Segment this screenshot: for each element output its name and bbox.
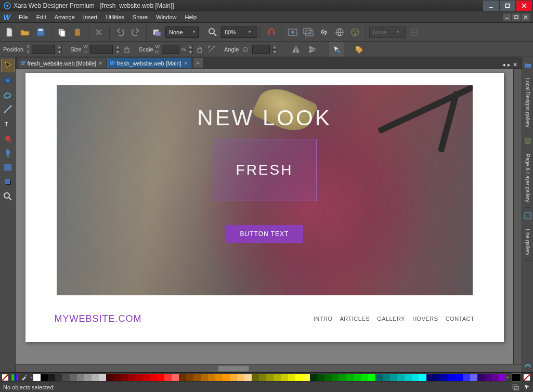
color-swatch[interactable] <box>244 374 252 381</box>
shape-tool[interactable] <box>1 88 15 101</box>
close-icon[interactable]: ✕ <box>98 60 102 66</box>
color-swatch[interactable] <box>55 374 62 381</box>
color-swatch[interactable] <box>179 374 186 381</box>
photo-tool[interactable] <box>1 73 15 87</box>
layers-icon[interactable] <box>523 136 532 146</box>
copy-button[interactable] <box>55 25 69 40</box>
color-swatch[interactable] <box>193 374 201 381</box>
hero-title[interactable]: NEW LOOK <box>197 106 331 130</box>
color-swatch[interactable] <box>324 374 332 381</box>
rectangle-tool[interactable] <box>1 161 15 174</box>
nav-contact[interactable]: CONTACT <box>446 316 475 322</box>
color-swatch[interactable] <box>135 374 142 381</box>
preview-page-button[interactable] <box>285 25 300 40</box>
menu-help[interactable]: Help <box>180 12 201 22</box>
color-swatch[interactable] <box>41 374 48 381</box>
no-color-button[interactable] <box>1 374 9 381</box>
fill-tool[interactable] <box>1 132 15 145</box>
tab-scroll-left[interactable]: ◂ <box>502 61 505 68</box>
gallery-tab-page-layer[interactable]: Page & Layer gallery <box>524 149 531 208</box>
hero-button[interactable]: BUTTON TEXT <box>226 225 304 243</box>
selector-mode-button[interactable] <box>329 42 344 57</box>
doc-tab-mobile[interactable]: Wfresh_website.web [Mobile]✕ <box>18 58 106 68</box>
extra-gallery-icon[interactable] <box>523 360 532 369</box>
color-picker-button[interactable] <box>20 374 28 381</box>
color-swatch[interactable] <box>499 374 506 381</box>
site-logo[interactable]: MYWEBSITE.COM <box>55 313 142 324</box>
color-swatch[interactable] <box>295 374 303 381</box>
hero-box[interactable]: FRESH <box>213 139 317 201</box>
color-swatch[interactable] <box>434 374 441 381</box>
mdi-close-button[interactable] <box>522 14 530 21</box>
color-swatch[interactable] <box>70 374 77 381</box>
snap-button[interactable] <box>264 25 279 40</box>
color-swatch[interactable] <box>208 374 215 381</box>
color-swatch[interactable] <box>99 374 106 381</box>
color-swatch[interactable] <box>150 374 157 381</box>
color-swatch[interactable] <box>92 374 99 381</box>
canvas[interactable]: NEW LOOK FRESH BUTTON TEXT MYWEBSITE.COM… <box>16 69 513 364</box>
names-button[interactable] <box>150 25 164 40</box>
line-tool[interactable] <box>1 102 15 116</box>
paste-button[interactable] <box>70 25 85 40</box>
current-fill-swatch[interactable] <box>512 374 521 381</box>
color-swatch[interactable] <box>259 374 266 381</box>
color-swatch[interactable] <box>477 374 485 381</box>
color-swatch[interactable] <box>441 374 448 381</box>
page[interactable]: NEW LOOK FRESH BUTTON TEXT MYWEBSITE.COM… <box>25 73 504 342</box>
zoom-tool[interactable] <box>1 190 15 203</box>
color-swatch[interactable] <box>310 374 317 381</box>
color-swatch[interactable] <box>121 374 128 381</box>
tab-scroll-right[interactable]: ▸ <box>508 61 511 68</box>
new-tab-button[interactable]: + <box>193 58 203 68</box>
color-swatch[interactable] <box>405 374 412 381</box>
color-swatch[interactable] <box>201 374 208 381</box>
publish-button[interactable] <box>348 25 362 40</box>
color-swatch[interactable] <box>390 374 397 381</box>
scroll-thumb[interactable] <box>218 365 249 372</box>
color-swatch[interactable] <box>223 374 230 381</box>
color-swatch[interactable] <box>419 374 426 381</box>
snap-indicator-icon[interactable] <box>524 384 530 390</box>
doc-tab-main[interactable]: Wfresh_website.web [Main]✕ <box>107 58 191 68</box>
current-line-swatch[interactable] <box>523 374 531 381</box>
color-swatch[interactable] <box>157 374 164 381</box>
color-swatch[interactable] <box>113 374 121 381</box>
size-w-field[interactable] <box>90 45 113 54</box>
tag-button[interactable] <box>352 42 367 57</box>
color-swatch[interactable] <box>354 374 361 381</box>
folder-icon[interactable] <box>523 60 532 70</box>
color-swatch[interactable] <box>62 374 70 381</box>
color-swatch[interactable] <box>142 374 150 381</box>
nav-articles[interactable]: ARTICLES <box>340 316 370 322</box>
horizontal-scrollbar[interactable] <box>16 364 522 372</box>
color-swatch[interactable] <box>485 374 492 381</box>
selector-tool[interactable] <box>1 59 15 72</box>
gallery-tab-line[interactable]: Line gallery <box>524 224 531 261</box>
close-icon[interactable]: ✕ <box>184 60 188 66</box>
live-drag-icon[interactable] <box>512 384 519 390</box>
nav-hovers[interactable]: HOVERS <box>412 316 438 322</box>
names-combo[interactable]: None▼ <box>165 27 199 38</box>
scale-field[interactable] <box>162 45 179 54</box>
color-swatch[interactable] <box>252 374 259 381</box>
color-swatch[interactable] <box>172 374 179 381</box>
mdi-minimize-button[interactable] <box>503 14 511 21</box>
tab-menu-button[interactable]: ✕ <box>513 61 517 68</box>
preview-site-button[interactable] <box>301 25 316 40</box>
color-swatch[interactable] <box>186 374 193 381</box>
new-button[interactable] <box>2 25 17 40</box>
open-button[interactable] <box>18 25 32 40</box>
color-swatch[interactable] <box>266 374 274 381</box>
color-swatch[interactable] <box>164 374 172 381</box>
text-tool[interactable]: T <box>1 117 15 130</box>
color-swatch[interactable] <box>339 374 346 381</box>
close-button[interactable] <box>516 1 532 11</box>
gallery-tab-local[interactable]: Local Designs gallery <box>524 73 531 133</box>
line-gallery-icon[interactable] <box>523 211 532 220</box>
style-combo[interactable]: None▼ <box>369 27 406 38</box>
color-swatch[interactable] <box>492 374 499 381</box>
export-button[interactable] <box>332 25 347 40</box>
color-swatch[interactable] <box>412 374 419 381</box>
delete-button[interactable] <box>92 25 106 40</box>
